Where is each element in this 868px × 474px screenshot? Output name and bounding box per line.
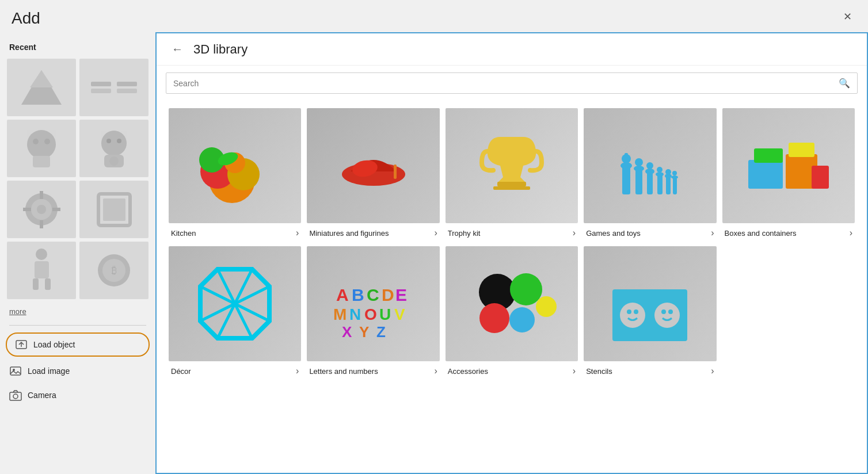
category-label-accessories: Accessories › bbox=[446, 361, 578, 379]
svg-point-8 bbox=[44, 139, 50, 144]
category-label-kitchen: Kitchen › bbox=[169, 223, 301, 240]
svg-point-14 bbox=[109, 156, 119, 166]
chevron-miniatures: › bbox=[434, 228, 437, 238]
svg-rect-21 bbox=[52, 208, 60, 211]
recent-item-7[interactable] bbox=[7, 242, 76, 299]
chevron-stencils: › bbox=[711, 366, 714, 376]
svg-rect-70 bbox=[789, 143, 814, 157]
category-boxes[interactable]: Boxes and containers › bbox=[722, 108, 855, 241]
search-button[interactable]: 🔍 bbox=[832, 73, 857, 93]
chevron-boxes: › bbox=[850, 228, 852, 238]
svg-point-97 bbox=[509, 307, 535, 332]
recent-item-1[interactable] bbox=[7, 59, 76, 116]
title-bar: Add ✕ bbox=[0, 0, 868, 32]
category-letters[interactable]: A B C D E M N O U V X Y Z bbox=[306, 246, 440, 379]
svg-rect-51 bbox=[625, 153, 628, 161]
svg-point-96 bbox=[479, 303, 509, 333]
categories-grid: Kitchen › bbox=[157, 101, 867, 473]
category-label-decor: Décor › bbox=[169, 361, 301, 379]
svg-text:M: M bbox=[333, 305, 347, 323]
panel-header: ← 3D library bbox=[157, 33, 867, 66]
category-thumb-accessories bbox=[446, 246, 578, 361]
svg-rect-35 bbox=[10, 392, 21, 400]
category-trophy[interactable]: Trophy kit › bbox=[445, 108, 578, 241]
recent-item-3[interactable] bbox=[7, 120, 76, 177]
chevron-games: › bbox=[711, 228, 714, 238]
svg-point-12 bbox=[117, 139, 121, 143]
svg-rect-27 bbox=[45, 278, 51, 290]
back-button[interactable]: ← bbox=[168, 41, 186, 57]
svg-marker-1 bbox=[30, 70, 53, 87]
recent-item-2[interactable] bbox=[79, 59, 149, 116]
camera-action[interactable]: Camera bbox=[0, 383, 155, 407]
load-image-label: Load image bbox=[28, 366, 70, 376]
category-thumb-stencils bbox=[584, 246, 716, 361]
svg-rect-26 bbox=[33, 278, 39, 290]
svg-text:Y: Y bbox=[359, 323, 369, 341]
svg-text:N: N bbox=[349, 305, 361, 323]
svg-point-10 bbox=[101, 131, 127, 156]
svg-point-60 bbox=[657, 167, 663, 173]
svg-point-100 bbox=[620, 303, 645, 328]
close-button[interactable]: ✕ bbox=[839, 9, 856, 24]
chevron-kitchen: › bbox=[296, 228, 299, 238]
svg-rect-2 bbox=[91, 82, 111, 86]
svg-text:U: U bbox=[379, 305, 391, 323]
sidebar: Recent bbox=[0, 32, 155, 474]
dialog-title: Add bbox=[12, 9, 40, 28]
svg-text:O: O bbox=[364, 305, 377, 323]
recent-item-6[interactable] bbox=[79, 181, 149, 238]
svg-text:B: B bbox=[352, 285, 364, 304]
chevron-trophy: › bbox=[573, 228, 576, 238]
chevron-letters: › bbox=[434, 366, 437, 376]
load-object-action[interactable]: Load object bbox=[6, 332, 150, 357]
svg-rect-9 bbox=[33, 156, 50, 167]
recent-item-4[interactable] bbox=[79, 120, 149, 177]
category-thumb-games bbox=[584, 108, 716, 223]
search-input[interactable] bbox=[166, 74, 832, 93]
svg-point-17 bbox=[37, 205, 46, 214]
svg-point-66 bbox=[672, 171, 677, 175]
svg-point-54 bbox=[635, 158, 643, 166]
svg-rect-71 bbox=[812, 166, 829, 189]
svg-rect-3 bbox=[91, 89, 111, 93]
svg-point-95 bbox=[510, 273, 542, 305]
svg-rect-47 bbox=[493, 186, 530, 190]
svg-rect-33 bbox=[10, 367, 21, 375]
recent-label: Recent bbox=[0, 38, 155, 55]
category-games[interactable]: Games and toys › bbox=[583, 108, 717, 241]
category-decor[interactable]: Décor › bbox=[168, 246, 302, 379]
load-object-icon bbox=[15, 338, 28, 351]
more-link[interactable]: more bbox=[0, 303, 155, 320]
svg-rect-58 bbox=[657, 174, 663, 194]
svg-point-105 bbox=[668, 309, 673, 314]
svg-point-59 bbox=[656, 172, 664, 177]
recent-item-5[interactable] bbox=[7, 181, 76, 238]
svg-rect-52 bbox=[635, 169, 642, 194]
chevron-decor: › bbox=[296, 366, 299, 376]
svg-point-11 bbox=[106, 139, 111, 143]
svg-point-53 bbox=[634, 166, 644, 171]
svg-rect-48 bbox=[622, 166, 630, 194]
svg-rect-19 bbox=[40, 220, 43, 228]
category-stencils[interactable]: Stencils › bbox=[583, 246, 717, 379]
recent-grid: ₿ bbox=[0, 55, 155, 303]
svg-rect-4 bbox=[117, 82, 137, 86]
category-label-miniatures: Miniatures and figurines › bbox=[307, 223, 439, 240]
category-thumb-boxes bbox=[722, 108, 855, 223]
category-kitchen[interactable]: Kitchen › bbox=[168, 108, 302, 241]
svg-text:₿: ₿ bbox=[112, 265, 117, 276]
load-object-label: Load object bbox=[33, 340, 75, 349]
svg-text:C: C bbox=[367, 285, 379, 304]
load-image-action[interactable]: Load image bbox=[0, 359, 155, 383]
category-thumb-decor bbox=[169, 246, 301, 361]
svg-point-101 bbox=[627, 309, 631, 314]
category-miniatures[interactable]: Miniatures and figurines › bbox=[306, 108, 440, 241]
camera-label: Camera bbox=[28, 391, 56, 400]
category-accessories[interactable]: Accessories › bbox=[445, 246, 578, 379]
svg-rect-64 bbox=[673, 177, 677, 194]
recent-item-8[interactable]: ₿ bbox=[79, 242, 149, 299]
chevron-accessories: › bbox=[573, 366, 576, 376]
svg-point-102 bbox=[634, 309, 638, 314]
svg-text:X: X bbox=[342, 323, 352, 341]
